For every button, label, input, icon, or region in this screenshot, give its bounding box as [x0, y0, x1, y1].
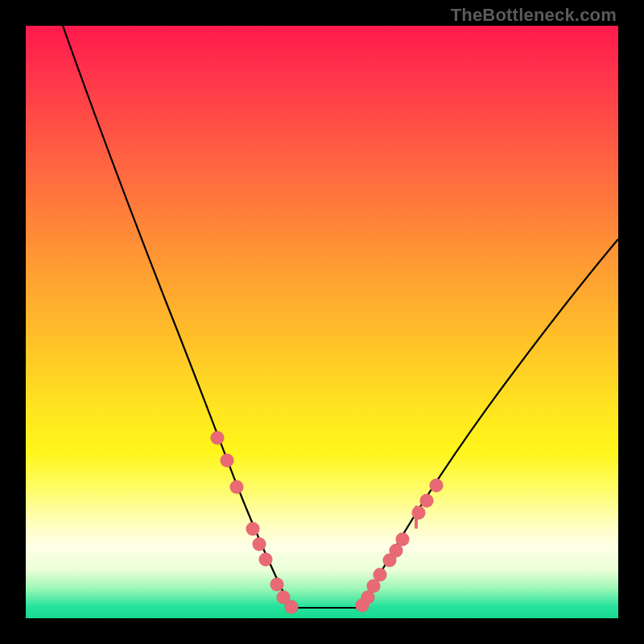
- marker-group-left: [211, 431, 299, 614]
- data-marker: [285, 601, 299, 614]
- data-marker: [211, 431, 225, 445]
- data-marker: [396, 533, 410, 547]
- plot-area: [26, 26, 618, 618]
- data-marker: [430, 479, 444, 493]
- chart-frame: TheBottleneck.com: [0, 0, 644, 644]
- data-marker: [259, 553, 273, 567]
- data-marker: [221, 454, 234, 468]
- data-marker: [246, 522, 260, 536]
- data-marker: [420, 494, 434, 508]
- data-marker: [253, 538, 266, 551]
- watermark-text: TheBottleneck.com: [451, 5, 617, 26]
- data-marker: [230, 481, 244, 494]
- data-marker: [270, 578, 284, 592]
- data-marker: [412, 506, 426, 520]
- marker-group-right: [356, 479, 444, 613]
- curve-left-branch: [63, 26, 293, 608]
- data-marker: [374, 568, 387, 582]
- bottleneck-curve: [26, 26, 618, 618]
